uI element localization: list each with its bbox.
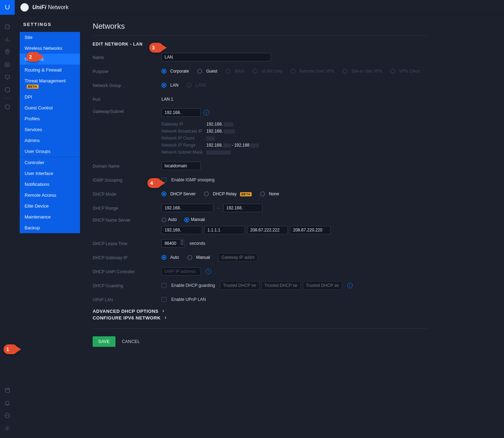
svg-point-11	[7, 427, 8, 429]
dns3-input[interactable]	[247, 226, 288, 234]
main-panel: Networks EDIT NETWORK - LAN Name Purpose…	[91, 15, 504, 438]
label-bcast: Network Broadcast IP	[161, 129, 206, 134]
devices-icon[interactable]	[0, 58, 15, 71]
brand-name: UniFi Network	[32, 4, 68, 11]
sidebar-item-wireless[interactable]: Wireless Networks	[20, 43, 80, 54]
divider	[93, 35, 427, 35]
radio-dns-manual[interactable]	[184, 217, 189, 222]
alerts-icon[interactable]	[0, 397, 15, 409]
sidebar-item-routing[interactable]: Routing & Firewall	[20, 65, 80, 75]
ipv6-toggle[interactable]: CONFIGURE IPV6 NETWORK	[93, 315, 427, 321]
info-icon[interactable]: i	[347, 283, 353, 288]
sidebar-item-services[interactable]: Services	[20, 124, 80, 135]
port-value: LAN 1	[161, 97, 173, 102]
sidebar-title: SETTINGS	[23, 22, 82, 27]
label-iprange: Network IP Range	[161, 143, 206, 148]
sidebar-item-guest[interactable]: Guest Control	[20, 102, 80, 113]
sidebar-item-elite[interactable]: Elite Device	[20, 201, 80, 211]
cancel-button[interactable]: CANCEL	[122, 339, 140, 344]
dashboard-icon[interactable]	[0, 20, 15, 33]
sidebar-item-dpi[interactable]: DPI	[20, 92, 80, 102]
label-dhcpmode: DHCP Mode	[93, 191, 161, 197]
svg-rect-4	[5, 75, 9, 78]
label-dhcpns: DHCP Name Server	[93, 217, 161, 223]
sidebar-item-site[interactable]: Site	[20, 32, 80, 43]
radio-purpose-s2svpn	[343, 69, 347, 74]
callout-3: 3	[149, 43, 163, 53]
clients-icon[interactable]	[0, 71, 15, 83]
info-icon[interactable]: i	[204, 110, 209, 115]
dns4-input[interactable]	[290, 226, 331, 234]
sidebar-nav: Site Wireless Networks Networks Routing …	[20, 32, 80, 233]
dhcp-range-end[interactable]	[223, 204, 263, 212]
dhcp-range-start[interactable]	[161, 204, 213, 212]
upnp-checkbox[interactable]	[161, 297, 166, 302]
radio-dhcp-none[interactable]	[260, 191, 265, 196]
label-netgroup: Network Group	[93, 82, 161, 88]
guard1-input	[220, 281, 259, 290]
unifi-logo[interactable]	[0, 0, 15, 15]
save-button[interactable]: SAVE	[93, 336, 115, 347]
stats-icon[interactable]	[0, 33, 15, 46]
radio-purpose-corporate[interactable]	[161, 69, 166, 74]
page-title: Networks	[93, 22, 427, 31]
guard-checkbox[interactable]	[161, 283, 166, 288]
label-dhcpctrl: DHCP UniFi Controller	[93, 269, 161, 274]
sidebar-item-ui[interactable]: User Interface	[20, 168, 80, 179]
radio-dhcp-server[interactable]	[161, 191, 166, 196]
svg-rect-6	[5, 389, 9, 392]
chevron-right-icon	[161, 309, 165, 313]
sidebar-item-remote[interactable]: Remote Access	[20, 190, 80, 201]
controller-orb-icon[interactable]	[20, 3, 29, 12]
insights-icon[interactable]	[0, 83, 15, 96]
label-guard: DHCP Guarding	[93, 283, 161, 288]
svg-point-3	[7, 64, 8, 66]
radio-purpose-guest[interactable]	[197, 69, 202, 74]
radio-purpose-vpnclient	[390, 69, 395, 74]
map-icon[interactable]	[0, 46, 15, 58]
sidebar-item-usergroups[interactable]: User Groups	[20, 146, 80, 157]
domain-input[interactable]	[161, 162, 201, 170]
advanced-dhcp-toggle[interactable]: ADVANCED DHCP OPTIONS	[93, 309, 427, 314]
info-icon[interactable]: i	[206, 269, 211, 274]
callout-2: 2	[26, 52, 40, 62]
settings-gear-icon[interactable]	[0, 422, 15, 434]
sidebar-item-notifications[interactable]: Notifications	[20, 179, 80, 190]
events-icon[interactable]	[0, 384, 15, 397]
radio-purpose-remotevpn	[291, 69, 296, 74]
sidebar-item-profiles[interactable]: Profiles	[20, 113, 80, 124]
app-header: UniFi Network	[15, 0, 504, 15]
radio-netgroup-lan[interactable]	[161, 83, 166, 88]
chat-icon[interactable]	[0, 409, 15, 422]
sidebar-item-admins[interactable]: Admins	[20, 135, 80, 146]
radio-dhcp-relay[interactable]	[204, 191, 209, 196]
label-gwip: Gateway IP	[161, 122, 206, 127]
radio-gw-manual[interactable]	[187, 255, 192, 260]
shield-icon[interactable]	[0, 101, 15, 113]
radio-dns-auto[interactable]	[161, 217, 166, 222]
unifi-controller-input[interactable]	[161, 267, 201, 276]
sidebar-item-controller[interactable]: Controller	[20, 157, 80, 168]
radio-netgroup-lan2	[187, 83, 192, 88]
callout-4: 4	[147, 178, 161, 188]
chevron-right-icon	[164, 316, 167, 319]
name-input[interactable]	[161, 53, 271, 61]
callout-1: 1	[4, 344, 18, 354]
label-dhcpgw: DHCP Gateway IP	[93, 255, 161, 260]
settings-sidebar: SETTINGS Site Wireless Networks Networks…	[15, 15, 91, 438]
label-upnp: UPnP LAN	[93, 297, 161, 302]
label-ipcount: Network IP Count	[161, 136, 206, 141]
label-dhcprange: DHCP Range	[93, 205, 161, 211]
dns2-input[interactable]	[204, 226, 245, 234]
dns1-input[interactable]	[161, 226, 202, 234]
radio-gw-auto[interactable]	[161, 255, 166, 260]
label-domain: Domain Name	[93, 163, 161, 169]
sidebar-item-backup[interactable]: Backup	[20, 222, 80, 233]
label-lease: DHCP Lease Time	[93, 241, 161, 246]
sidebar-item-threat[interactable]: Threat ManagementBETA	[20, 75, 80, 92]
gateway-input[interactable]	[161, 108, 201, 117]
sidebar-item-maintenance[interactable]: Maintenance	[20, 211, 80, 222]
label-purpose: Purpose	[93, 68, 161, 74]
number-stepper[interactable]	[180, 240, 184, 245]
svg-point-9	[7, 416, 8, 416]
